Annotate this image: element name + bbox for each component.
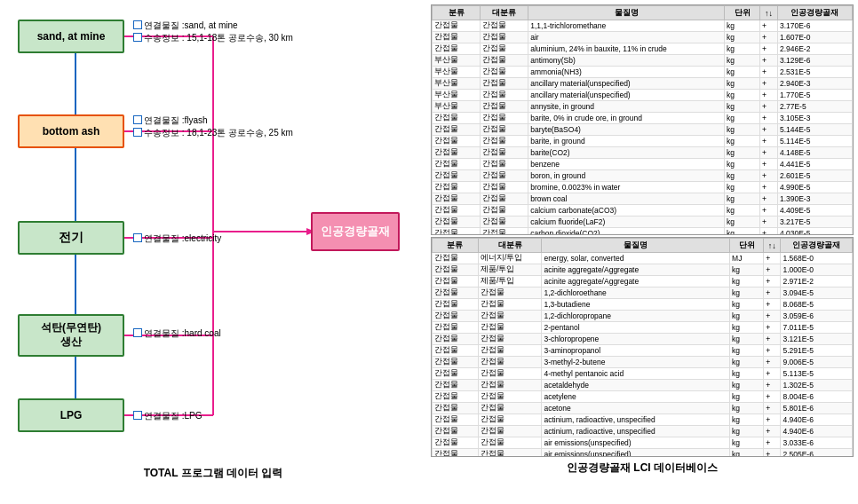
table-row: 간접물제품/투입acinite aggregate/Aggregatekg+2.… — [433, 276, 853, 287]
table-row: 간접물간접물calcium fluoride(LaF2)kg+3.217E-5 — [433, 217, 853, 228]
table-row: 간접물간접물carbon dioxide(CO2)kg+4.030E-5 — [433, 228, 853, 236]
table-row: 간접물간접물air emissions(unspecified)kg+3.033… — [433, 437, 853, 449]
table-row: 간접물간접물baryte(BaSO4)kg+5.144E-5 — [433, 124, 853, 136]
table-row: 간접물간접물air emissions(unspecified)kg+2.505… — [433, 449, 853, 457]
th-val1: 인공경량골재 — [777, 6, 852, 20]
th-name1: 물질명 — [528, 6, 725, 20]
node-lpg: LPG — [18, 398, 124, 432]
diagram-area: sand, at mine 연결물질 :sand, at mine 수송정보 :… — [9, 12, 417, 465]
coal-info: 연결물질 :hard coal — [133, 327, 221, 340]
th-cat1: 분류 — [433, 6, 481, 20]
table-row: 간접물간접물1,3-butadienekg+8.068E-5 — [433, 299, 853, 311]
table-row: 간접물간접물actinium, radioactive, unspecified… — [433, 426, 853, 437]
lpg-info: 연결물질 :LPG — [133, 410, 203, 422]
table-row: 간접물에너지/투입energy, solar, convertedMJ+1.56… — [433, 253, 853, 264]
table-row: 간접물간접물acetaldehydekg+1.302E-5 — [433, 380, 853, 391]
table-row: 간접물간접물brown coalkg+1.390E-3 — [433, 193, 853, 205]
table-row: 간접물간접물barite, 0% in crude ore, in ground… — [433, 113, 853, 124]
node-output: 인공경량골재 — [311, 212, 400, 251]
table-row: 간접물제품/투입acinite aggregate/Aggregatekg+1.… — [433, 264, 853, 276]
table-outputs: 분류 대분류 물질명 단위 ↑↓ 인공경량골재 간접물에너지/투입energy,… — [431, 237, 854, 457]
th-cat2: 분류 — [433, 239, 479, 253]
coal-connection-icon — [133, 328, 142, 337]
sand-connection-icon — [133, 20, 142, 29]
table-row: 간접물간접물1,2-dichloropropanekg+3.059E-6 — [433, 311, 853, 322]
table-row: 간접물간접물1,2-dichloroethanekg+3.094E-5 — [433, 287, 853, 299]
th-sub1: 대분류 — [481, 6, 528, 20]
table-inputs: 분류 대분류 물질명 단위 ↑↓ 인공경량골재 간접물간접물1,1,1-tric… — [431, 4, 854, 235]
table-row: 간접물간접물airkg+1.607E-0 — [433, 32, 853, 43]
table-row: 간접물간접물3-chloropropenekg+3.121E-5 — [433, 334, 853, 345]
table-row: 간접물간접물acetylenekg+8.004E-6 — [433, 391, 853, 403]
electricity-connection-icon — [133, 233, 142, 242]
bottomash-transport-icon — [133, 128, 142, 137]
sand-info: 연결물질 :sand, at mine 수송정보 : 15,1-18톤 공로수송… — [133, 20, 293, 44]
table-row: 간접물간접물calcium carbonate(aCO3)kg+4.409E-5 — [433, 205, 853, 217]
bottomash-connection-icon — [133, 115, 142, 124]
th-unit1: 단위 — [725, 6, 760, 20]
table-row: 간접물간접물acetonekg+5.801E-6 — [433, 403, 853, 414]
table-row: 간접물간접물3-aminopropanolkg+5.291E-5 — [433, 345, 853, 357]
table-row: 간접물간접물2-pentanolkg+7.011E-5 — [433, 322, 853, 334]
table-row: 간접물간접물boron, in groundkg+2.601E-5 — [433, 170, 853, 182]
table-row: 간접물간접물barite(CO2)kg+4.148E-5 — [433, 147, 853, 159]
right-tables: 분류 대분류 물질명 단위 ↑↓ 인공경량골재 간접물간접물1,1,1-tric… — [431, 4, 854, 457]
bottomash-info: 연결물질 :flyash 수송정보 : 18,1-23톤 공로수송, 25 km — [133, 114, 293, 139]
node-electricity: 전기 — [18, 221, 124, 255]
left-panel: sand, at mine 연결물질 :sand, at mine 수송정보 :… — [0, 0, 426, 504]
outputs-table: 분류 대분류 물질명 단위 ↑↓ 인공경량골재 간접물에너지/투입energy,… — [432, 238, 853, 457]
table-row: 간접물간접물aluminium, 24% in bauxite, 11% in … — [433, 43, 853, 55]
th-dir1: ↑↓ — [759, 6, 777, 20]
table-row: 간접물간접물benzenekg+4.441E-5 — [433, 159, 853, 170]
right-title: 인공경량골재 LCI 데이터베이스 — [431, 461, 854, 476]
table-row: 부산물간접물ancillary material(unspecified)kg+… — [433, 90, 853, 101]
table-row: 간접물간접물actinium, radioactive, unspecified… — [433, 414, 853, 426]
table-row: 간접물간접물1,1,1-trichloromethanekg+3.170E-6 — [433, 20, 853, 32]
electricity-info: 연결물질 :electricity — [133, 232, 221, 245]
table-row: 부산물간접물antimony(Sb)kg+3.129E-6 — [433, 55, 853, 67]
th-sub2: 대분류 — [478, 239, 542, 253]
table-row: 부산물간접물ancillary material(unspecified)kg+… — [433, 78, 853, 90]
table-row: 부산물간접물ammonia(NH3)kg+2.531E-5 — [433, 67, 853, 78]
th-val2: 인공경량골재 — [781, 239, 853, 253]
table-row: 간접물간접물bromine, 0.0023% in waterkg+4.990E… — [433, 182, 853, 193]
th-name2: 물질명 — [542, 239, 730, 253]
right-panel: 분류 대분류 물질명 단위 ↑↓ 인공경량골재 간접물간접물1,1,1-tric… — [426, 0, 858, 504]
table-row: 간접물간접물3-methyl-2-butenekg+9.006E-5 — [433, 357, 853, 368]
node-sand: sand, at mine — [18, 20, 124, 53]
table-row: 간접물간접물barite, in groundkg+5.114E-5 — [433, 136, 853, 147]
table-row: 간접물간접물4-methyl pentanoic acidkg+5.113E-5 — [433, 368, 853, 380]
node-bottomash: bottom ash — [18, 114, 124, 148]
th-unit2: 단위 — [730, 239, 764, 253]
inputs-table: 분류 대분류 물질명 단위 ↑↓ 인공경량골재 간접물간접물1,1,1-tric… — [432, 5, 853, 235]
table-row: 부산물간접물annysite, in groundkg+2.77E-5 — [433, 101, 853, 113]
node-coal: 석탄(무연탄) 생산 — [18, 314, 124, 357]
lpg-connection-icon — [133, 411, 142, 420]
th-dir2: ↑↓ — [764, 239, 781, 253]
sand-transport-icon — [133, 33, 142, 42]
left-title: TOTAL 프로그램 데이터 입력 — [9, 466, 417, 481]
